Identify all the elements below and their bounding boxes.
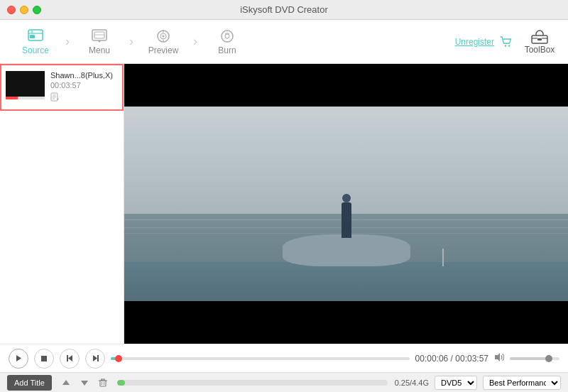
tab-burn-label: Burn [218,45,236,55]
minimize-button[interactable] [20,6,28,14]
svg-rect-34 [100,381,106,386]
svg-point-16 [508,45,510,46]
svg-point-15 [505,45,506,46]
progress-bar-fill [117,380,125,386]
toolbox-label: ToolBox [525,45,555,55]
video-figure [342,202,351,238]
video-bar-top [124,64,568,107]
time-display: 00:00:06 / 00:03:57 [415,354,488,364]
seek-knob [115,355,122,362]
svg-rect-30 [97,355,99,361]
cart-icon[interactable] [500,36,513,48]
app-title: iSkysoft DVD Creator [240,4,328,15]
close-button[interactable] [7,6,16,14]
traffic-lights [7,6,41,14]
svg-marker-25 [16,355,21,361]
menu-icon [91,28,108,44]
source-icon [27,28,44,44]
svg-point-13 [222,31,233,42]
unregister-link[interactable]: Unregister [455,37,494,47]
svg-marker-32 [62,380,70,385]
volume-fill [510,357,547,360]
video-rock [283,234,410,266]
add-title-button[interactable]: Add Title [7,375,52,391]
status-right: 0.25/4.4G DVD5 DVD9 Best Performance Bes… [395,376,561,390]
top-nav: Source › Menu › [0,20,568,64]
status-actions [59,376,110,390]
progress-bar-bg [117,380,388,386]
time-current: 00:00:06 [415,354,449,364]
controls-bar: 00:00:06 / 00:03:57 [0,344,568,372]
svg-rect-28 [67,355,68,361]
tab-menu[interactable]: Menu [71,21,128,62]
svg-rect-18 [537,38,542,40]
svg-marker-31 [495,353,500,361]
toolbox-button[interactable]: ToolBox [518,29,561,55]
tab-burn[interactable]: Burn [199,21,256,62]
next-frame-button[interactable] [85,349,105,369]
time-separator: / [451,354,453,364]
edit-icon[interactable] [50,92,118,104]
volume-section [494,352,559,364]
volume-icon[interactable] [494,352,506,364]
status-bar: Add Title [0,372,568,392]
storage-text: 0.25/4.4G [395,379,429,387]
stop-button[interactable] [34,349,54,369]
thumbnail [6,71,45,99]
prev-frame-button[interactable] [60,349,80,369]
main-content: Shawn...8(Plus,X) 00:03:57 [0,64,568,344]
svg-point-14 [225,34,229,38]
move-up-button[interactable] [59,376,73,390]
delete-button[interactable] [96,376,110,390]
list-item[interactable]: Shawn...8(Plus,X) 00:03:57 [0,64,124,111]
sidebar-duration: 00:03:57 [50,81,118,89]
svg-point-7 [99,40,101,42]
sidebar-item-info: Shawn...8(Plus,X) 00:03:57 [50,71,118,104]
sidebar: Shawn...8(Plus,X) 00:03:57 [0,64,124,344]
seek-bar-wrapper[interactable] [111,357,410,360]
tab-source[interactable]: Source [7,21,64,62]
tab-source-label: Source [22,45,49,55]
play-button[interactable] [9,349,28,369]
nav-tabs: Source › Menu › [7,21,455,62]
svg-marker-29 [93,355,97,361]
tab-preview[interactable]: Preview [135,21,192,62]
preview-icon [155,28,172,44]
time-total: 00:03:57 [455,354,488,364]
svg-marker-27 [68,355,72,361]
quality-select[interactable]: Best Performance Best Quality Custom [483,376,561,390]
nav-sep-3: › [193,34,197,49]
video-content [124,107,568,301]
maximize-button[interactable] [33,6,41,14]
svg-rect-3 [30,35,35,38]
nav-right: Unregister ToolBox [455,29,561,55]
seek-bar[interactable] [111,357,410,360]
svg-point-10 [163,35,165,37]
svg-marker-33 [81,381,88,386]
status-progress [117,380,388,386]
toolbox-icon [530,29,549,45]
svg-rect-5 [94,32,104,38]
nav-sep-1: › [65,34,70,49]
burn-icon [219,28,236,44]
svg-rect-26 [41,356,47,361]
move-down-button[interactable] [77,376,92,390]
preview-area [124,64,568,344]
volume-slider[interactable] [510,357,559,360]
video-frame [124,64,568,344]
volume-knob [545,355,552,362]
tab-menu-label: Menu [89,45,110,55]
tab-preview-label: Preview [148,45,179,55]
video-post [442,249,444,266]
sidebar-filename: Shawn...8(Plus,X) [50,71,118,80]
nav-sep-2: › [129,34,133,49]
title-bar: iSkysoft DVD Creator [0,0,568,20]
disc-format-select[interactable]: DVD5 DVD9 [435,376,477,390]
video-bar-bottom [124,301,568,344]
